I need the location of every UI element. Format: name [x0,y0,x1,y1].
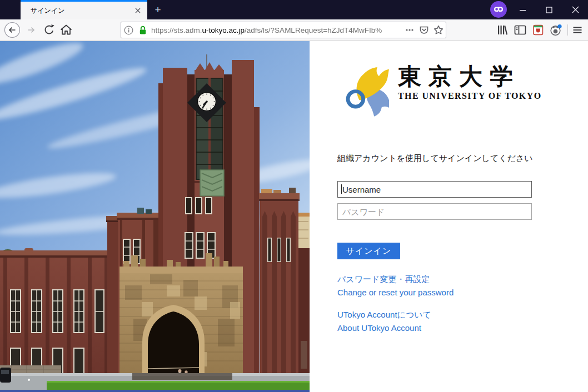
username-input[interactable] [337,181,532,198]
private-browsing-mask-icon[interactable] [490,1,507,18]
page-content: 東京大学 THE UNIVERSITY OF TOKYO 組織アカウントを使用し… [0,41,588,392]
yasuda-auditorium-photo [0,41,310,392]
tab-signin[interactable]: サインイン [21,0,147,19]
browser-window: サインイン + [0,0,588,392]
forward-icon[interactable] [23,22,39,38]
logo-title-jp: 東京大学 [398,63,541,90]
toolbar-separator [567,24,568,36]
logo-title-en: THE UNIVERSITY OF TOKYO [398,91,541,101]
extension-red-shield-icon[interactable] [530,22,546,38]
site-info-icon[interactable] [121,22,136,38]
link-about-account-jp[interactable]: UTokyo Accountについて [337,310,431,320]
home-icon[interactable] [58,22,74,38]
extension-gray-circle-icon[interactable] [547,22,564,38]
window-minimize-button[interactable] [510,0,536,19]
url-bar[interactable]: https://sts.adm.u-tokyo.ac.jp/adfs/ls/?S… [121,22,446,38]
page-actions-icon[interactable] [402,22,417,38]
utokyo-ginkgo-mark-icon [341,63,389,119]
pocket-icon[interactable] [417,22,431,38]
signin-button[interactable]: サインイン [337,243,400,259]
library-icon[interactable] [494,22,511,38]
username-field-wrapper [337,181,532,198]
sidebars-icon[interactable] [512,22,529,38]
signin-instruction: 組織アカウントを使用してサインインしてください [337,153,533,164]
tab-close-icon[interactable] [133,6,143,16]
back-icon[interactable] [4,22,21,38]
tab-title: サインイン [31,6,64,16]
https-lock-icon[interactable] [136,22,150,38]
utokyo-logo: 東京大学 THE UNIVERSITY OF TOKYO [341,63,541,119]
link-password-reset-jp[interactable]: パスワード変更・再設定 [337,274,430,285]
new-tab-button[interactable]: + [151,3,165,17]
reload-icon[interactable] [41,22,58,38]
window-maximize-button[interactable] [536,0,562,19]
text-caret [341,184,342,194]
signin-panel: 東京大学 THE UNIVERSITY OF TOKYO 組織アカウントを使用し… [310,41,588,392]
link-password-reset-en[interactable]: Change or reset your password [337,288,454,297]
bookmark-star-icon[interactable] [431,22,446,38]
navigation-toolbar: https://sts.adm.u-tokyo.ac.jp/adfs/ls/?S… [0,19,588,41]
window-close-button[interactable] [562,0,588,19]
password-field-wrapper [337,203,532,220]
password-input[interactable] [337,203,532,220]
menu-icon[interactable] [569,22,586,38]
titlebar: サインイン + [0,0,588,19]
link-about-account-en[interactable]: About UTokyo Account [337,323,421,333]
url-text: https://sts.adm.u-tokyo.ac.jp/adfs/ls/?S… [150,26,402,34]
